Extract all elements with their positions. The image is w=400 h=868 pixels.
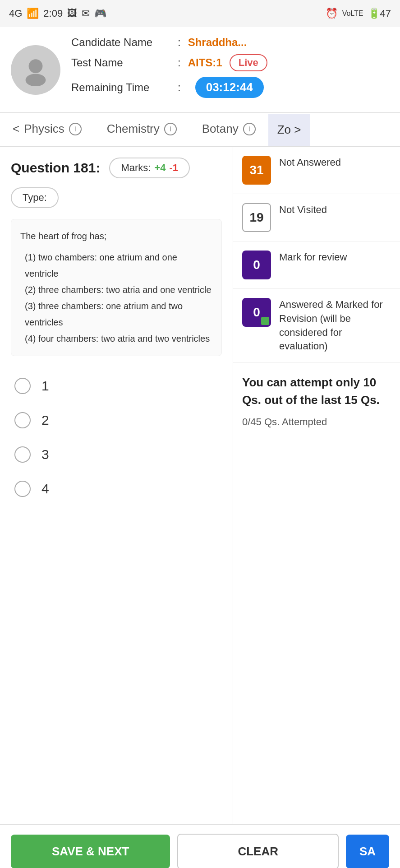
not-answered-count: 31 [249, 163, 263, 177]
option-label-3: 3 [41, 447, 49, 462]
header: Candidate Name : Shraddha... Test Name :… [0, 27, 400, 113]
test-label: Test Name [71, 56, 170, 69]
option-item-4[interactable]: 4 [14, 472, 218, 506]
status-not-visited: 19 Not Visited [233, 194, 400, 241]
green-dot-icon [261, 317, 269, 325]
options-list: 1 2 3 4 [11, 369, 222, 506]
clear-button[interactable]: CLEAR [177, 834, 338, 868]
candidate-row: Candidate Name : Shraddha... [71, 36, 389, 49]
type-badge: Type: [11, 187, 59, 208]
radio-2[interactable] [14, 412, 31, 428]
time-row: Remaining Time : 03:12:44 [71, 77, 389, 98]
live-badge: Live [230, 54, 267, 71]
tab-zoology-label: Zo > [277, 123, 301, 137]
time-display: 2:09 [43, 8, 63, 19]
option-item-1[interactable]: 1 [14, 369, 218, 403]
tab-botany[interactable]: Botany i [189, 113, 268, 146]
not-answered-badge: 31 [242, 156, 271, 185]
question-option-1: (1) two chambers: one atrium and one ven… [25, 249, 212, 282]
main-container: Question 181: Marks: +4 -1 Type: The hea… [0, 147, 400, 824]
question-option-3: (3) three chambers: one atrium and two v… [25, 298, 212, 330]
botany-info-icon[interactable]: i [243, 123, 256, 135]
network-indicator: 4G [9, 8, 22, 19]
option-item-3[interactable]: 3 [14, 437, 218, 472]
radio-1[interactable] [14, 378, 31, 394]
save-blue-button[interactable]: SA [346, 835, 389, 868]
svg-point-1 [26, 74, 46, 86]
question-header: Question 181: Marks: +4 -1 Type: [11, 158, 222, 208]
svg-point-0 [29, 59, 43, 73]
chemistry-info-icon[interactable]: i [164, 123, 177, 135]
volte-icon: VoLTE [342, 9, 363, 18]
mark-review-label: Mark for review [279, 251, 391, 265]
attempt-count: 0/45 Qs. Attempted [242, 416, 391, 428]
question-text: The heart of frog has; (1) two chambers:… [11, 219, 222, 356]
tab-physics-label: Physics [24, 122, 64, 136]
tabs-bar: < Physics i Chemistry i Botany i Zo > [0, 113, 400, 147]
time-label: Remaining Time [71, 81, 170, 94]
option-item-2[interactable]: 2 [14, 403, 218, 437]
not-answered-label: Not Answered [279, 156, 391, 170]
photo-icon: 🖼 [67, 8, 77, 19]
signal-icon: 📶 [27, 8, 39, 19]
status-answered-marked: 0 Answered & Marked for Revision (will b… [233, 289, 400, 363]
tab-chemistry[interactable]: Chemistry i [94, 113, 189, 146]
answered-marked-label: Answered & Marked for Revision (will be … [279, 298, 391, 353]
status-bar: 4G 📶 2:09 🖼 ✉ 🎮 ⏰ VoLTE 🔋47 [0, 0, 400, 27]
question-main-text: The heart of frog has; [20, 228, 212, 244]
tab-zoology[interactable]: Zo > [268, 114, 310, 146]
marks-badge: Marks: +4 -1 [109, 158, 190, 178]
answered-marked-badge: 0 [242, 298, 271, 327]
status-mark-review: 0 Mark for review [233, 241, 400, 289]
status-panel: 31 Not Answered 19 Not Visited 0 Mark fo… [233, 147, 400, 824]
attempt-info: You can attempt only 10 Qs. out of the l… [233, 363, 400, 439]
not-visited-label: Not Visited [279, 203, 391, 217]
candidate-label: Candidate Name [71, 36, 170, 49]
clock-icon: ⏰ [326, 8, 338, 19]
status-bar-right: ⏰ VoLTE 🔋47 [326, 8, 391, 19]
action-bar: SAVE & NEXT CLEAR SA [0, 824, 400, 868]
save-next-button[interactable]: SAVE & NEXT [11, 835, 170, 868]
marks-minus: -1 [169, 162, 178, 174]
radio-4[interactable] [14, 481, 31, 497]
option-label-4: 4 [41, 481, 49, 497]
mark-review-badge: 0 [242, 251, 271, 279]
tab-botany-label: Botany [202, 122, 239, 136]
header-info: Candidate Name : Shraddha... Test Name :… [71, 36, 389, 103]
mark-review-count: 0 [253, 258, 260, 272]
option-label-2: 2 [41, 413, 49, 428]
question-number: Question 181: [11, 160, 100, 176]
marks-label: Marks: [121, 162, 151, 174]
status-not-answered: 31 Not Answered [233, 147, 400, 194]
test-value: AITS:1 [188, 56, 222, 69]
not-visited-badge: 19 [242, 203, 271, 232]
radio-3[interactable] [14, 446, 31, 463]
test-row: Test Name : AITS:1 Live [71, 54, 389, 71]
type-label: Type: [23, 192, 47, 203]
avatar [11, 45, 60, 95]
status-bar-left: 4G 📶 2:09 🖼 ✉ 🎮 [9, 8, 106, 19]
question-option-2: (2) three chambers: two atria and one ve… [25, 282, 212, 298]
tab-chemistry-label: Chemistry [107, 122, 160, 136]
battery-icon: 🔋47 [368, 8, 391, 19]
tab-physics-chevron: < [13, 122, 19, 136]
answered-marked-count: 0 [253, 305, 260, 320]
not-visited-count: 19 [249, 210, 263, 225]
question-panel: Question 181: Marks: +4 -1 Type: The hea… [0, 147, 233, 824]
app-icon: 🎮 [94, 8, 106, 19]
remaining-time: 03:12:44 [195, 77, 264, 98]
attempt-text: You can attempt only 10 Qs. out of the l… [242, 374, 391, 409]
tab-physics[interactable]: < Physics i [0, 113, 94, 146]
candidate-value: Shraddha... [188, 36, 247, 49]
question-option-4: (4) four chambers: two atria and two ven… [25, 330, 212, 347]
option-label-1: 1 [41, 378, 49, 394]
marks-plus: +4 [154, 162, 166, 174]
email-icon: ✉ [82, 8, 90, 19]
physics-info-icon[interactable]: i [69, 123, 82, 135]
